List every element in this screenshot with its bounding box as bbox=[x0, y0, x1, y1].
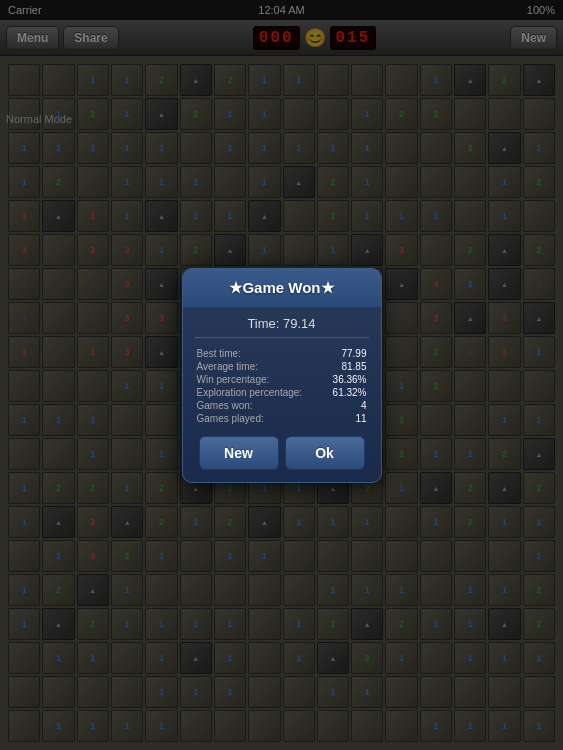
stat-value: 77.99 bbox=[326, 348, 367, 359]
stat-value: 11 bbox=[326, 413, 367, 424]
stat-label: Exploration percentage: bbox=[197, 387, 324, 398]
stats-table: Best time:77.99Average time:81.85Win per… bbox=[195, 346, 369, 426]
stat-label: Average time: bbox=[197, 361, 324, 372]
new-game-button[interactable]: New bbox=[199, 436, 279, 470]
dialog-body: Time: 79.14 Best time:77.99Average time:… bbox=[183, 308, 381, 482]
time-display: Time: 79.14 bbox=[195, 316, 369, 338]
stat-row: Best time:77.99 bbox=[197, 348, 367, 359]
stat-row: Exploration percentage:61.32% bbox=[197, 387, 367, 398]
stat-label: Win percentage: bbox=[197, 374, 324, 385]
stat-row: Average time:81.85 bbox=[197, 361, 367, 372]
stat-value: 36.36% bbox=[326, 374, 367, 385]
stat-row: Games played:11 bbox=[197, 413, 367, 424]
stat-value: 61.32% bbox=[326, 387, 367, 398]
dialog-title: ★Game Won★ bbox=[193, 279, 371, 297]
stat-label: Best time: bbox=[197, 348, 324, 359]
ok-button[interactable]: Ok bbox=[285, 436, 365, 470]
dialog-header: ★Game Won★ bbox=[183, 269, 381, 308]
stat-value: 4 bbox=[326, 400, 367, 411]
stat-label: Games won: bbox=[197, 400, 324, 411]
game-won-dialog: ★Game Won★ Time: 79.14 Best time:77.99Av… bbox=[182, 268, 382, 483]
stat-label: Games played: bbox=[197, 413, 324, 424]
stat-row: Win percentage:36.36% bbox=[197, 374, 367, 385]
modal-overlay: ★Game Won★ Time: 79.14 Best time:77.99Av… bbox=[0, 0, 563, 750]
stat-value: 81.85 bbox=[326, 361, 367, 372]
stat-row: Games won:4 bbox=[197, 400, 367, 411]
dialog-buttons: New Ok bbox=[195, 436, 369, 474]
